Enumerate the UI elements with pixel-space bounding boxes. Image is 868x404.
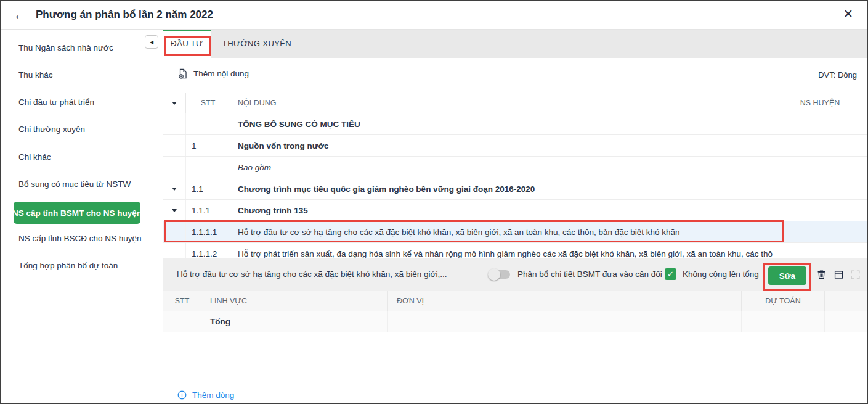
top-bar: ← Phương án phân bổ lần 2 năm 2022 ✕ — [1, 1, 867, 30]
linh-vuc-cell: Tổng — [201, 311, 388, 332]
expander-cell — [163, 113, 186, 134]
content-cell: Nguồn vốn trong nước — [230, 135, 773, 156]
tab-dau-tu[interactable]: ĐẦU TƯ — [163, 29, 211, 58]
panel-layout-button[interactable] — [832, 268, 845, 281]
sidebar-item-tong-hop[interactable]: Tổng hợp phân bổ dự toán — [18, 261, 118, 270]
header-stt: STT — [163, 291, 201, 311]
fullscreen-corners-icon — [850, 269, 861, 281]
add-row-button[interactable]: Thêm dòng — [177, 390, 234, 400]
col-label: LĨNH VỰC — [210, 297, 247, 305]
content-cell: Hỗ trợ phát triển sản xuất, đa dạng hóa … — [230, 243, 773, 258]
khong-cong-len-tong-checkbox[interactable]: ✓ — [665, 268, 676, 280]
don-vi-cell — [388, 311, 742, 332]
stt-cell — [186, 113, 230, 134]
expander-cell[interactable] — [163, 178, 186, 199]
add-content-button[interactable]: Thêm nội dung — [177, 68, 249, 80]
content-cell: TỔNG BỔ SUNG CÓ MỤC TIÊU — [230, 113, 773, 134]
add-content-label: Thêm nội dung — [193, 69, 249, 78]
add-row-bar: Thêm dòng — [163, 385, 867, 403]
table-row[interactable]: Bao gồm — [163, 157, 867, 178]
table-row[interactable]: 1.1.1 Chương trình 135 — [163, 200, 867, 221]
sidebar-item-bo-sung-nstw[interactable]: Bổ sung có mục tiêu từ NSTW — [18, 179, 131, 189]
ns-huyen-cell — [773, 135, 867, 156]
col-label: STT — [201, 99, 216, 107]
bsmt-toggle[interactable] — [489, 270, 510, 279]
table-row-selected[interactable]: 1.1.1.1 Hỗ trợ đầu tư cơ sở hạ tầng cho … — [163, 221, 867, 243]
ns-huyen-cell — [773, 157, 867, 178]
header-empty — [825, 291, 867, 311]
table-row[interactable]: 1.1.1.2 Hỗ trợ phát triển sản xuất, đa d… — [163, 243, 867, 258]
trash-icon — [816, 269, 827, 281]
expander-cell — [163, 135, 186, 156]
header-du-toan: DỰ TOÁN — [742, 291, 825, 311]
toggle-label: Phân bổ chi tiết BSMT đưa vào cân đối — [517, 270, 662, 279]
sidebar-item-ns-bscd-huyen[interactable]: NS cấp tỉnh BSCĐ cho NS huyện — [18, 234, 142, 243]
edit-button[interactable]: Sửa — [768, 266, 806, 285]
content-cell: Chương trình 135 — [230, 200, 773, 221]
caret-down-icon — [172, 209, 177, 212]
sidebar-item-chi-thuong-xuyen[interactable]: Chi thường xuyên — [18, 125, 85, 134]
tab-bar: ĐẦU TƯ THƯỜNG XUYÊN — [163, 29, 867, 58]
ns-huyen-cell — [773, 178, 867, 199]
panel-layout-icon — [833, 269, 845, 281]
col-label: ĐƠN VỊ — [397, 297, 424, 305]
content-cell: Bao gồm — [230, 157, 773, 178]
detail-title: Hỗ trợ đầu tư cơ sở hạ tầng cho các xã đ… — [177, 270, 485, 279]
du-toan-cell — [742, 311, 825, 332]
caret-down-icon — [172, 188, 177, 191]
sidebar-item-thu-ngan-sach[interactable]: Thu Ngân sách nhà nước — [18, 43, 113, 52]
empty-cell — [825, 311, 867, 332]
plus-circle-icon — [177, 390, 187, 400]
sidebar-item-chi-dau-tu[interactable]: Chi đầu tư phát triển — [18, 97, 94, 107]
table-header-row: STT NỘI DUNG NS HUYỆN — [163, 93, 867, 113]
stt-cell — [186, 157, 230, 178]
content-cell: Hỗ trợ đầu tư cơ sở hạ tầng cho các xã đ… — [230, 221, 773, 242]
allocation-table: STT NỘI DUNG NS HUYỆN TỔNG BỔ SUNG CÓ MỤ… — [163, 93, 867, 258]
col-label: NS HUYỆN — [800, 99, 840, 107]
header-don-vi: ĐƠN VỊ — [388, 291, 742, 311]
modal-window: ← Phương án phân bổ lần 2 năm 2022 ✕ ◀ T… — [0, 0, 868, 404]
sidebar-collapse-button[interactable]: ◀ — [145, 35, 158, 49]
col-label: NỘI DUNG — [238, 99, 277, 107]
page-title: Phương án phân bổ lần 2 năm 2022 — [36, 9, 213, 21]
table-row[interactable]: 1.1 Chương trình mục tiêu quốc gia giảm … — [163, 178, 867, 200]
stt-cell: 1.1.1.2 — [186, 243, 230, 258]
sidebar-item-ns-bsmt-huyen[interactable]: NS cấp tỉnh BSMT cho NS huyện — [14, 202, 140, 224]
detail-panel-header: Hỗ trợ đầu tư cơ sở hạ tầng cho các xã đ… — [163, 258, 867, 291]
delete-button[interactable] — [815, 268, 827, 281]
table-toolbar: Thêm nội dung ĐVT: Đồng — [163, 58, 867, 93]
stt-cell — [163, 311, 201, 332]
col-label: STT — [175, 297, 190, 305]
expander-cell[interactable] — [163, 200, 186, 221]
expander-cell — [163, 221, 186, 242]
sidebar-item-thu-khac[interactable]: Thu khác — [18, 70, 53, 80]
header-noi-dung: NỘI DUNG — [230, 93, 773, 113]
expander-cell — [163, 157, 186, 178]
tab-label: THƯỜNG XUYÊN — [222, 39, 291, 48]
detail-table-header: STT LĨNH VỰC ĐƠN VỊ DỰ TOÁN — [163, 291, 867, 311]
detail-total-row: Tổng — [163, 311, 867, 332]
sidebar-item-chi-khac[interactable]: Chi khác — [18, 152, 51, 162]
header-stt: STT — [186, 93, 230, 113]
stt-cell: 1 — [186, 135, 230, 156]
tab-label: ĐẦU TƯ — [171, 39, 203, 48]
header-ns-huyen: NS HUYỆN — [773, 93, 867, 113]
close-icon[interactable]: ✕ — [843, 7, 853, 21]
back-arrow-icon[interactable]: ← — [14, 7, 26, 23]
header-linh-vuc: LĨNH VỰC — [201, 291, 388, 311]
sidebar: ◀ Thu Ngân sách nhà nước Thu khác Chi đầ… — [1, 30, 163, 403]
stt-cell: 1.1.1.1 — [186, 221, 230, 242]
table-row[interactable]: TỔNG BỔ SUNG CÓ MỤC TIÊU — [163, 113, 867, 135]
stt-cell: 1.1.1 — [186, 200, 230, 221]
toggle-knob — [488, 268, 500, 281]
fullscreen-button-disabled — [849, 268, 861, 281]
stt-cell: 1.1 — [186, 178, 230, 199]
chevron-left-icon: ◀ — [150, 39, 153, 45]
content-cell: Chương trình mục tiêu quốc gia giảm nghè… — [230, 178, 773, 199]
add-row-label: Thêm dòng — [192, 390, 234, 400]
ns-huyen-cell — [773, 200, 867, 221]
caret-down-icon — [172, 102, 177, 105]
tab-thuong-xuyen[interactable]: THƯỜNG XUYÊN — [211, 29, 303, 58]
header-dropdown-cell[interactable] — [163, 93, 186, 113]
table-row[interactable]: 1 Nguồn vốn trong nước — [163, 135, 867, 157]
